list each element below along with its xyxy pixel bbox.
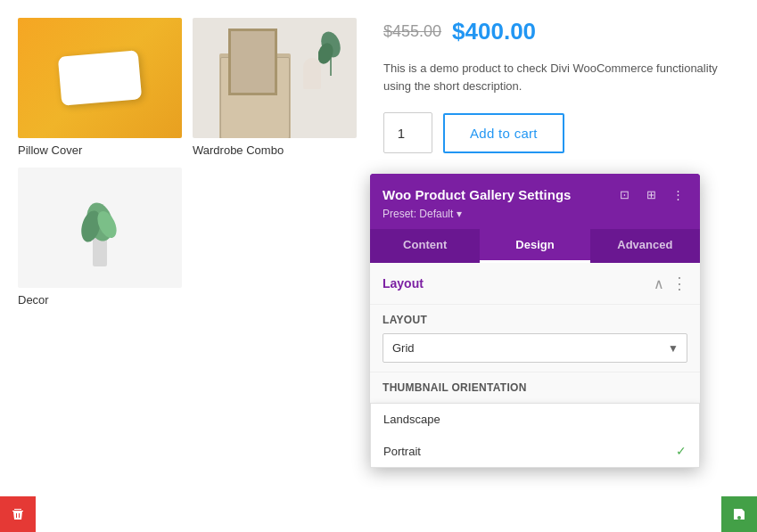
settings-body: Layout ∧ ⋮ Layout Grid Slider Masonry ▼ [370, 263, 700, 468]
product-label-pillow: Pillow Cover [18, 143, 182, 157]
trash-icon [11, 507, 25, 521]
layout-field-group: Layout Grid Slider Masonry ▼ [370, 305, 700, 372]
checkmark-icon: ✓ [676, 444, 687, 458]
tab-design[interactable]: Design [480, 229, 589, 263]
bottom-actions [0, 496, 757, 532]
settings-preset[interactable]: Preset: Default ▾ [383, 208, 687, 220]
layout-select-wrapper: Grid Slider Masonry ▼ [383, 333, 687, 363]
section-controls: ∧ ⋮ [654, 274, 687, 293]
product-description: This is a demo product to check Divi Woo… [383, 60, 739, 94]
settings-panel-title: Woo Product Gallery Settings [383, 187, 571, 202]
layout-field-label: Layout [383, 314, 687, 326]
dropdown-option-portrait[interactable]: Portrait ✓ [371, 435, 699, 467]
product-item-decor[interactable]: Decor [18, 168, 182, 307]
tab-content[interactable]: Content [370, 229, 480, 263]
decor-vase-decoration [73, 182, 127, 274]
settings-header: Woo Product Gallery Settings ⊡ ⊞ ⋮ Prese… [370, 174, 700, 220]
product-item-wardrobe[interactable]: Wardrobe Combo [193, 18, 357, 157]
main-area: Pillow Cover Wardrobe Combo [0, 0, 757, 532]
settings-title-row: Woo Product Gallery Settings ⊡ ⊞ ⋮ [383, 184, 687, 204]
landscape-label: Landscape [383, 413, 440, 426]
thumbnail-section: Thumbnail Orientation [370, 372, 700, 403]
save-icon [732, 507, 746, 521]
save-button[interactable] [721, 496, 757, 532]
delete-button[interactable] [0, 496, 36, 532]
dropdown-option-landscape[interactable]: Landscape [371, 404, 699, 435]
price-new: $400.00 [452, 18, 536, 45]
expand-icon[interactable]: ⊡ [614, 184, 634, 204]
product-image-decor [18, 168, 182, 288]
product-image-pillow [18, 18, 182, 138]
tab-advanced[interactable]: Advanced [590, 229, 700, 263]
price-old: $455.00 [383, 22, 441, 41]
section-more-icon[interactable]: ⋮ [671, 274, 687, 293]
layout-section-title: Layout [383, 276, 424, 291]
grid-icon[interactable]: ⊞ [641, 184, 661, 204]
collapse-icon[interactable]: ∧ [654, 275, 664, 292]
thumbnail-orientation-label: Thumbnail Orientation [383, 381, 687, 394]
wardrobe-frame-decoration [228, 29, 277, 95]
product-area: Pillow Cover Wardrobe Combo [0, 0, 374, 532]
portrait-label: Portrait [383, 445, 421, 458]
add-to-cart-button[interactable]: Add to cart [443, 113, 564, 153]
thumbnail-dropdown-options: Landscape Portrait ✓ [370, 403, 700, 468]
product-label-wardrobe: Wardrobe Combo [193, 143, 357, 157]
settings-tabs: Content Design Advanced [370, 229, 700, 263]
product-grid: Pillow Cover Wardrobe Combo [18, 18, 357, 307]
wardrobe-plant-icon [318, 27, 343, 76]
layout-select[interactable]: Grid Slider Masonry [383, 333, 687, 363]
more-options-icon[interactable]: ⋮ [668, 184, 687, 204]
product-item-pillow[interactable]: Pillow Cover [18, 18, 182, 157]
add-to-cart-row: Add to cart [383, 112, 739, 153]
settings-icons: ⊡ ⊞ ⋮ [614, 184, 687, 204]
settings-panel: Woo Product Gallery Settings ⊡ ⊞ ⋮ Prese… [370, 174, 700, 468]
layout-section-header: Layout ∧ ⋮ [370, 263, 700, 305]
product-label-decor: Decor [18, 293, 182, 307]
product-image-wardrobe [193, 18, 357, 138]
price-area: $455.00 $400.00 [383, 18, 739, 45]
quantity-input[interactable] [383, 112, 432, 153]
